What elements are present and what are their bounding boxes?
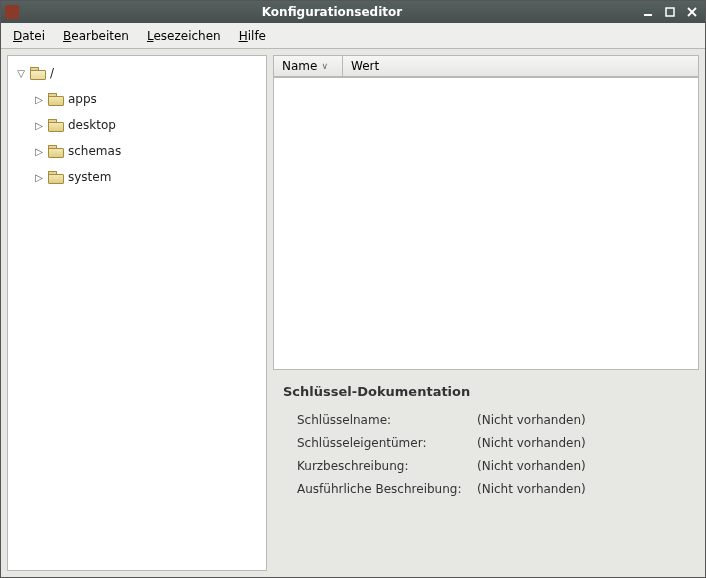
folder-icon [48,93,64,106]
folder-icon [48,119,64,132]
menu-bookmarks[interactable]: Lesezeichen [139,26,229,46]
maximize-button[interactable] [661,4,679,20]
tree-panel[interactable]: ▽ / ▷ apps ▷ desktop ▷ schemas ▷ [7,55,267,571]
tree-item-schemas[interactable]: ▷ schemas [12,138,262,164]
documentation-panel: Schlüssel-Dokumentation Schlüsselname: (… [273,376,699,571]
doc-long-value: (Nicht vorhanden) [477,482,689,496]
menu-file[interactable]: Datei [5,26,53,46]
doc-key-name-label: Schlüsselname: [297,413,477,427]
doc-long-label: Ausführliche Beschreibung: [297,482,477,496]
doc-short-label: Kurzbeschreibung: [297,459,477,473]
menu-help[interactable]: Hilfe [231,26,274,46]
sort-descending-icon: ∨ [321,61,328,71]
key-list-area[interactable] [273,77,699,370]
titlebar[interactable]: Konfigurationseditor [1,1,705,23]
expander-right-icon[interactable]: ▷ [34,94,44,105]
folder-icon [48,171,64,184]
app-icon [5,5,19,19]
doc-heading: Schlüssel-Dokumentation [283,384,689,399]
column-value-label: Wert [351,59,379,73]
doc-short-value: (Nicht vorhanden) [477,459,689,473]
close-button[interactable] [683,4,701,20]
expander-right-icon[interactable]: ▷ [34,146,44,157]
tree-item-desktop[interactable]: ▷ desktop [12,112,262,138]
table-header: Name ∨ Wert [273,55,699,77]
minimize-button[interactable] [639,4,657,20]
right-panel: Name ∨ Wert Schlüssel-Dokumentation Schl… [273,55,699,571]
doc-key-name-value: (Nicht vorhanden) [477,413,689,427]
folder-open-icon [30,67,46,80]
tree-root-label: / [50,66,54,80]
column-name-label: Name [282,59,317,73]
tree-label: system [68,170,111,184]
window-title: Konfigurationseditor [25,5,639,19]
expander-right-icon[interactable]: ▷ [34,120,44,131]
app-window: Konfigurationseditor Datei Bearbeiten Le… [0,0,706,578]
tree-item-apps[interactable]: ▷ apps [12,86,262,112]
doc-owner-value: (Nicht vorhanden) [477,436,689,450]
minimize-icon [643,7,653,17]
close-icon [687,7,697,17]
column-header-value[interactable]: Wert [343,55,699,76]
tree-item-system[interactable]: ▷ system [12,164,262,190]
folder-icon [48,145,64,158]
column-header-name[interactable]: Name ∨ [273,55,343,76]
doc-grid: Schlüsselname: (Nicht vorhanden) Schlüss… [283,413,689,496]
doc-owner-label: Schlüsseleigentümer: [297,436,477,450]
svg-rect-1 [666,8,674,16]
expander-down-icon[interactable]: ▽ [16,68,26,79]
window-controls [639,4,701,20]
tree-label: apps [68,92,97,106]
tree-label: schemas [68,144,121,158]
expander-right-icon[interactable]: ▷ [34,172,44,183]
maximize-icon [665,7,675,17]
menubar: Datei Bearbeiten Lesezeichen Hilfe [1,23,705,49]
tree-root[interactable]: ▽ / [12,60,262,86]
menu-edit[interactable]: Bearbeiten [55,26,137,46]
content-area: ▽ / ▷ apps ▷ desktop ▷ schemas ▷ [1,49,705,577]
tree-label: desktop [68,118,116,132]
